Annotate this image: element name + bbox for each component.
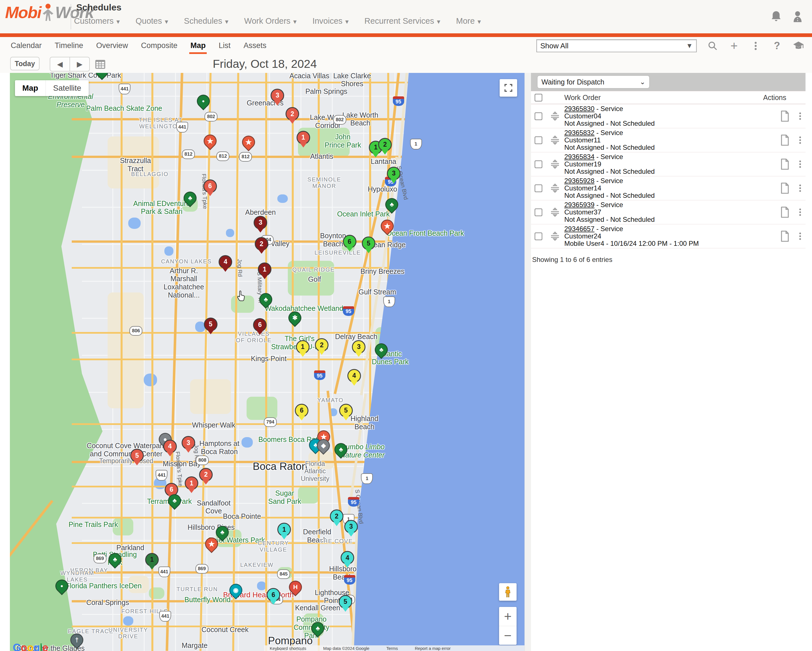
map-pin[interactable]: 2	[256, 238, 267, 254]
zoom-in-button[interactable]: +	[499, 607, 517, 626]
add-icon[interactable]: +	[728, 40, 740, 51]
map-pin[interactable]: 6	[344, 236, 356, 252]
map-pin[interactable]: 3	[345, 521, 357, 537]
map-pin[interactable]: ♣	[259, 293, 272, 306]
nav-item[interactable]: Schedules▼	[184, 17, 229, 26]
bell-icon[interactable]	[770, 10, 782, 23]
document-icon[interactable]	[780, 134, 790, 146]
nav-item[interactable]: Work Orders▼	[244, 17, 298, 26]
drag-handle-icon[interactable]	[549, 207, 561, 217]
map-pin[interactable]: ★	[205, 537, 218, 550]
map-pin[interactable]: ♣	[375, 343, 388, 356]
help-icon[interactable]: ?	[771, 40, 783, 51]
map-pin[interactable]: 2	[316, 339, 328, 356]
work-order-row[interactable]: 29365830 - Service Customer04 Not Assign…	[531, 104, 806, 128]
map-pin[interactable]: 4	[220, 256, 231, 272]
map-pin[interactable]: 5	[363, 237, 374, 254]
work-order-link[interactable]: 29365939	[564, 201, 595, 209]
work-order-row[interactable]: 29365832 - Service Customer11 Not Assign…	[531, 128, 806, 152]
map-pin[interactable]: †	[70, 634, 83, 646]
map-pin[interactable]: 1	[259, 263, 270, 280]
document-icon[interactable]	[780, 110, 790, 122]
row-checkbox[interactable]	[535, 112, 542, 120]
map-pin[interactable]: 5	[340, 405, 352, 421]
work-order-row[interactable]: 29365939 - Service Customer37 Not Assign…	[531, 200, 806, 225]
more-options-icon[interactable]	[750, 40, 761, 51]
row-actions-menu-icon[interactable]	[799, 135, 801, 145]
view-tab[interactable]: Overview	[96, 37, 128, 54]
map-pin[interactable]: 2	[331, 510, 343, 527]
nav-item[interactable]: Recurrent Services▼	[364, 17, 441, 26]
map-pin[interactable]: ◆	[317, 439, 330, 452]
map-pin[interactable]: ♣	[108, 553, 121, 566]
map-pin[interactable]: 4	[164, 440, 176, 457]
map-pin[interactable]: ●	[55, 579, 68, 593]
drag-handle-icon[interactable]	[549, 111, 561, 121]
map-pin[interactable]: ♣	[334, 443, 347, 456]
map-pin[interactable]: 1	[186, 477, 197, 494]
nav-item[interactable]: Quotes▼	[136, 17, 169, 26]
row-actions-menu-icon[interactable]	[799, 183, 801, 193]
map-pin[interactable]: 2	[200, 469, 212, 485]
map-pin[interactable]: ♣	[385, 198, 398, 211]
map-pin[interactable]: 6	[204, 180, 216, 197]
map-pin[interactable]: ♣	[168, 494, 181, 507]
view-tab[interactable]: List	[218, 37, 230, 54]
search-icon[interactable]	[707, 40, 718, 51]
map-pin[interactable]: ◉	[229, 584, 242, 597]
view-tab[interactable]: Assets	[243, 37, 266, 54]
show-all-select[interactable]: Show All ▼	[536, 39, 697, 52]
map-pin[interactable]: 6	[296, 405, 308, 421]
map-pin[interactable]: 1	[146, 554, 158, 570]
nav-item[interactable]: More▼	[456, 17, 482, 26]
map-pin[interactable]: ♣	[311, 622, 324, 635]
map-type-satellite-button[interactable]: Satellite	[46, 80, 89, 96]
work-order-row[interactable]: 29365928 - Service Customer14 Not Assign…	[531, 176, 806, 200]
map-pin[interactable]: 1	[278, 524, 290, 540]
nav-item[interactable]: Invoices▼	[312, 17, 350, 26]
view-tab[interactable]: Composite	[141, 37, 177, 54]
map-pin[interactable]: ★	[242, 136, 255, 148]
pegman-button[interactable]	[499, 583, 517, 601]
map-pin[interactable]: ♣	[183, 191, 197, 205]
drag-handle-icon[interactable]	[549, 183, 561, 193]
row-actions-menu-icon[interactable]	[799, 231, 801, 241]
map-pin[interactable]: 3	[388, 168, 400, 184]
zoom-out-button[interactable]: −	[499, 626, 517, 645]
work-order-link[interactable]: 29365832	[564, 129, 595, 136]
map-pin[interactable]: ●	[197, 95, 210, 108]
training-icon[interactable]	[793, 40, 804, 51]
fullscreen-button[interactable]	[500, 79, 517, 96]
map-pin[interactable]: 3	[272, 90, 283, 106]
map-pin[interactable]: 3	[182, 437, 194, 453]
nav-item[interactable]: Customers▼	[74, 17, 121, 26]
row-actions-menu-icon[interactable]	[799, 112, 801, 121]
document-icon[interactable]	[780, 206, 790, 218]
work-order-link[interactable]: 29365834	[564, 153, 595, 160]
map-pin[interactable]: 6	[254, 319, 266, 335]
row-checkbox[interactable]	[535, 136, 542, 144]
document-icon[interactable]	[780, 182, 790, 194]
work-order-link[interactable]: 29346657	[564, 225, 595, 232]
map-pin[interactable]: 3	[353, 341, 365, 358]
map-pin[interactable]: ★	[381, 220, 394, 232]
drag-handle-icon[interactable]	[549, 159, 561, 169]
map-pin[interactable]: ★	[204, 134, 217, 148]
map-pin[interactable]: ✱	[288, 311, 301, 324]
map-pin[interactable]: 4	[342, 552, 353, 568]
row-checkbox[interactable]	[535, 209, 542, 216]
map-type-map-button[interactable]: Map	[15, 80, 46, 96]
work-order-link[interactable]: 29365830	[564, 105, 595, 112]
map-pin[interactable]: 5	[205, 318, 217, 335]
map-pin[interactable]: 2	[286, 108, 298, 124]
dispatch-status-select[interactable]: Waiting for Dispatch ⌄	[537, 75, 650, 89]
drag-handle-icon[interactable]	[549, 231, 561, 241]
row-checkbox[interactable]	[535, 232, 542, 240]
drag-handle-icon[interactable]	[549, 135, 561, 145]
map-pin[interactable]: H	[289, 581, 302, 594]
map-pin[interactable]: ♣	[95, 73, 108, 78]
view-tab[interactable]: Timeline	[55, 37, 83, 54]
document-icon[interactable]	[780, 159, 790, 170]
map-canvas[interactable]: Tiger Shark Cove ParkAcacia VillasLake C…	[10, 73, 525, 651]
work-order-link[interactable]: 29365928	[564, 177, 595, 185]
